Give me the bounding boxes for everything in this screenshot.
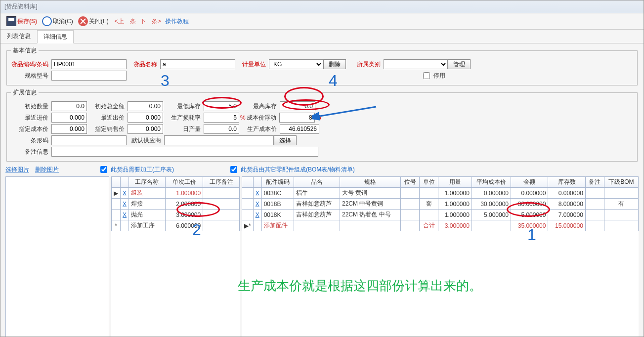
costFloat-label: 成本价浮动 [246,114,279,122]
dayQty-input[interactable] [204,124,239,134]
undo-icon [42,16,52,26]
name-input[interactable] [160,59,235,69]
initAmt-label: 初始总金额 [87,102,128,111]
delete-row-icon[interactable]: X [256,211,259,218]
lastIn-label: 最近进价 [11,114,51,122]
remark-label: 备注信息 [11,148,51,156]
lossRate-input[interactable] [204,113,239,123]
close-icon [78,16,88,26]
pct-2: % [316,114,321,121]
toolbar: 保存(S) 取消(C) 关闭(E) <上一条 下一条> 操作教程 [0,13,644,30]
fixedSale-label: 指定销售价 [87,125,128,133]
delete-row-icon[interactable]: X [123,201,127,208]
code-input[interactable] [51,59,127,69]
tab-list[interactable]: 列表信息 [0,30,37,43]
basic-info-group: 基本信息 货品编码/条码 货品名称 计量单位 KG 删除 所属类别 管理 规格型… [6,46,638,85]
need-proc-checkbox[interactable]: 此货品需要加工(工序表) [98,165,174,174]
next-link[interactable]: 下一条> [140,17,161,26]
close-label: 关闭(E) [89,17,109,26]
content-area: 基本信息 货品编码/条码 货品名称 计量单位 KG 删除 所属类别 管理 规格型… [0,43,644,337]
prodCost-label: 生产成本价 [239,125,280,133]
image-panel [5,176,109,337]
code-label: 货品编码/条码 [11,60,51,69]
basic-legend: 基本信息 [11,46,39,55]
spec-label: 规格型号 [11,72,51,80]
pct-1: % [240,114,246,121]
name-label: 货品名称 [127,60,160,69]
supplier-input[interactable] [164,135,274,145]
cancel-button[interactable]: 取消(C) [40,15,75,27]
supplier-label: 默认供应商 [127,136,164,145]
process-grid[interactable]: 工序名称单次工价工序备注 ▶X组装1.000000X焊接2.000000X抛光3… [111,176,240,231]
add-part-cell[interactable]: 添加配件 [261,220,294,231]
bom-grid[interactable]: 配件编码品名规格位号单位用量平均成本价金额库存数备注下级BOM X0038C福牛… [242,176,639,231]
unit-label: 计量单位 [235,60,269,69]
save-label: 保存(S) [17,17,37,26]
help-link[interactable]: 操作教程 [165,17,189,26]
initAmt-input[interactable] [128,101,163,111]
spec-input[interactable] [51,71,127,81]
category-label: 所属类别 [350,60,384,69]
tab-detail[interactable]: 详细信息 [37,30,74,43]
fixedSale-input[interactable] [128,124,163,134]
fixedCost-label: 指定成本价 [11,125,51,133]
barcode-label: 条形码 [11,136,51,145]
save-icon [6,16,16,26]
barcode-input[interactable] [51,135,127,145]
delete-button[interactable]: 删除 [323,59,346,69]
title-bar: [货品资料库] [0,0,644,13]
process-grid-panel: 工序名称单次工价工序备注 ▶X组装1.000000X焊接2.000000X抛光3… [111,176,240,337]
minStock-input[interactable] [204,101,239,111]
save-button[interactable]: 保存(S) [4,15,39,27]
disabled-checkbox[interactable]: 停用 [421,71,445,81]
initQty-label: 初始数量 [11,102,51,111]
lower-panels: 工序名称单次工价工序备注 ▶X组装1.000000X焊接2.000000X抛光3… [5,176,639,337]
dayQty-label: 日产量 [163,125,204,133]
lastOut-label: 最近出价 [87,114,128,122]
maxStock-label: 最高库存 [239,102,280,111]
app-window: [货品资料库] 保存(S) 取消(C) 关闭(E) <上一条 下一条> 操作教程… [0,0,644,337]
maxStock-input[interactable] [280,101,315,111]
delete-row-icon[interactable]: X [256,190,259,197]
remark-input[interactable] [51,147,318,157]
minStock-label: 最低库存 [163,102,204,111]
has-bom-checkbox[interactable]: 此货品由其它零配件组成(BOM表/物料清单) [228,165,355,174]
initQty-input[interactable] [51,101,87,111]
fixedCost-input[interactable] [51,124,87,134]
tab-strip: 列表信息 详细信息 [0,30,644,43]
add-process-cell[interactable]: 添加工序 [129,220,166,231]
bom-grid-panel: 配件编码品名规格位号单位用量平均成本价金额库存数备注下级BOM X0038C福牛… [242,176,639,337]
unit-select[interactable]: KG [269,59,323,69]
ext-legend: 扩展信息 [11,88,39,97]
lastOut-input[interactable] [128,113,163,123]
prev-link[interactable]: <上一条 [115,17,136,26]
prodCost-input[interactable] [280,124,319,134]
cancel-label: 取消(C) [53,17,73,26]
lossRate-label: 生产损耗率 [163,114,204,122]
delete-row-icon[interactable]: X [123,190,127,197]
close-button[interactable]: 关闭(E) [76,15,111,27]
costFloat-input[interactable] [279,113,315,123]
ext-info-group: 扩展信息 初始数量初始总金额最低库存最高库存 最近进价最近出价生产损耗率%成本价… [6,88,638,162]
delete-row-icon[interactable]: X [123,211,127,218]
delete-row-icon[interactable]: X [256,201,259,208]
lastIn-input[interactable] [51,113,87,123]
select-image-link[interactable]: 选择图片 [5,166,29,174]
supplier-select-button[interactable]: 选择 [274,135,297,145]
window-title: [货品资料库] [4,3,38,10]
manage-button[interactable]: 管理 [448,59,471,69]
delete-image-link[interactable]: 删除图片 [35,166,59,174]
category-select[interactable] [384,59,448,69]
